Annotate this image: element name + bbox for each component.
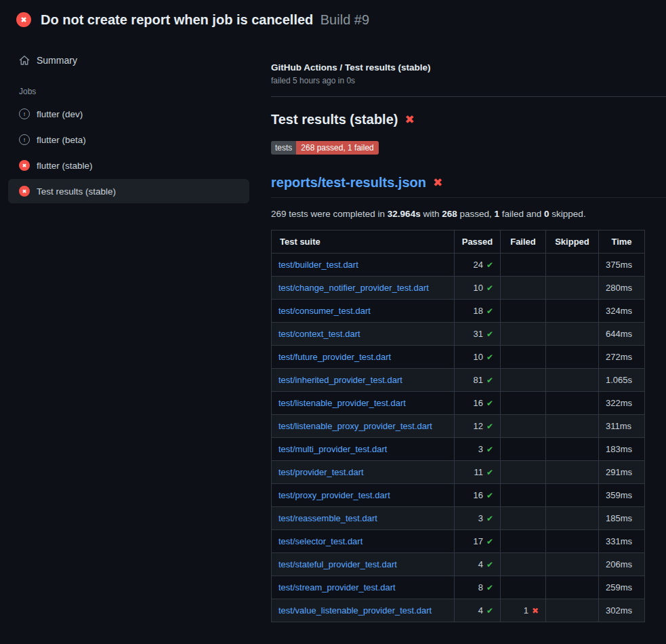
passed-cell: 10✔ <box>455 277 501 300</box>
status-line: failed 5 hours ago in 0s <box>271 76 666 85</box>
summary-text: with <box>421 209 442 219</box>
skipped-cell <box>546 254 599 277</box>
table-row: test/listenable_proxy_provider_test.dart… <box>272 415 645 438</box>
skipped-cell <box>546 323 599 346</box>
test-suite-link[interactable]: test/consumer_test.dart <box>278 306 371 316</box>
table-row: test/change_notifier_provider_test.dart … <box>272 277 645 300</box>
test-suite-cell: test/selector_test.dart <box>272 530 455 553</box>
failed-cell <box>501 323 546 346</box>
section-title: Test results (stable) <box>271 112 398 127</box>
test-suite-link[interactable]: test/builder_test.dart <box>278 260 358 270</box>
failed-cell <box>501 461 546 484</box>
badge-label: tests <box>271 141 296 155</box>
test-suite-cell: test/consumer_test.dart <box>272 300 455 323</box>
badge-value: 268 passed, 1 failed <box>296 141 378 155</box>
skipped-cell <box>546 369 599 392</box>
time-value: 322ms <box>599 392 645 415</box>
col-header-test-suite: Test suite <box>272 230 455 254</box>
table-row: test/context_test.dart 31✔ 644ms <box>272 323 645 346</box>
skipped-cell <box>546 392 599 415</box>
passed-cell: 3✔ <box>455 507 501 530</box>
table-row: test/future_provider_test.dart 10✔ 272ms <box>272 346 645 369</box>
col-header-failed: Failed <box>501 230 546 254</box>
failed-cell <box>501 346 546 369</box>
test-suite-link[interactable]: test/listenable_proxy_provider_test.dart <box>278 421 432 431</box>
failed-cell <box>501 277 546 300</box>
sidebar-job-item[interactable]: ! flutter (dev) <box>8 102 249 126</box>
passed-cell: 31✔ <box>455 323 501 346</box>
test-results-table: Test suite Passed Failed Skipped Time te… <box>271 230 645 622</box>
failed-cell <box>501 438 546 461</box>
job-label: flutter (dev) <box>37 109 83 119</box>
check-icon: ✔ <box>486 491 493 500</box>
summary-text: skipped. <box>549 209 586 219</box>
test-suite-link[interactable]: test/multi_provider_test.dart <box>278 444 387 454</box>
passed-cell: 24✔ <box>455 254 501 277</box>
x-glyph: ✖ <box>20 16 26 24</box>
cancelled-icon: ! <box>19 134 30 145</box>
test-suite-link[interactable]: test/proxy_provider_test.dart <box>278 490 390 500</box>
report-file-link[interactable]: reports/test-results.json <box>271 175 426 190</box>
passed-count: 16 <box>473 490 482 500</box>
jobs-section-label: Jobs <box>19 87 257 96</box>
time-value: 375ms <box>599 254 645 277</box>
test-suite-link[interactable]: test/selector_test.dart <box>278 536 362 546</box>
test-suite-link[interactable]: test/context_test.dart <box>278 329 360 339</box>
sidebar-job-item[interactable]: ✖ Test results (stable) <box>8 179 249 203</box>
passed-cell: 17✔ <box>455 530 501 553</box>
test-suite-link[interactable]: test/stream_provider_test.dart <box>278 582 396 592</box>
check-icon: ✔ <box>486 260 493 270</box>
main-content: GitHub Actions / Test results (stable) f… <box>271 62 666 622</box>
summary-line: 269 tests were completed in 32.964s with… <box>271 209 666 219</box>
table-row: test/stream_provider_test.dart 8✔ 259ms <box>272 576 645 599</box>
summary-text: 269 tests were completed in <box>271 209 388 219</box>
test-suite-link[interactable]: test/inherited_provider_test.dart <box>278 375 402 385</box>
test-suite-cell: test/listenable_proxy_provider_test.dart <box>272 415 455 438</box>
home-icon <box>19 55 30 66</box>
table-row: test/consumer_test.dart 18✔ 324ms <box>272 300 645 323</box>
sidebar-item-summary[interactable]: Summary <box>8 49 249 72</box>
tests-status-badge: tests 268 passed, 1 failed <box>271 141 379 155</box>
passed-cell: 18✔ <box>455 300 501 323</box>
test-suite-cell: test/reassemble_test.dart <box>272 507 455 530</box>
time-value: 259ms <box>599 576 645 599</box>
passed-count: 16 <box>473 398 482 408</box>
passed-count: 3 <box>478 513 483 523</box>
check-run-page: ✖ Do not create report when job is cance… <box>0 0 666 644</box>
sidebar-job-item[interactable]: ✖ flutter (stable) <box>8 153 249 178</box>
passed-count: 4 <box>478 605 483 616</box>
failed-cell <box>501 484 546 507</box>
passed-count: 81 <box>473 375 482 385</box>
test-suite-link[interactable]: test/reassemble_test.dart <box>278 513 377 523</box>
test-suite-link[interactable]: test/value_listenable_provider_test.dart <box>278 605 432 616</box>
failed-cell <box>501 507 546 530</box>
summary-text: passed, <box>457 209 495 219</box>
passed-cell: 4✔ <box>455 553 501 576</box>
col-header-time: Time <box>599 230 645 254</box>
passed-cell: 81✔ <box>455 369 501 392</box>
test-suite-link[interactable]: test/future_provider_test.dart <box>278 352 391 362</box>
passed-cell: 11✔ <box>455 461 501 484</box>
skipped-cell <box>546 277 599 300</box>
passed-cell: 8✔ <box>455 576 501 599</box>
check-icon: ✔ <box>486 560 493 569</box>
x-icon: ✖ <box>404 113 414 127</box>
check-icon: ✔ <box>486 514 493 523</box>
passed-cell: 4✔ <box>455 599 501 622</box>
test-suite-cell: test/context_test.dart <box>272 323 455 346</box>
passed-cell: 16✔ <box>455 484 501 507</box>
time-value: 206ms <box>599 553 645 576</box>
sidebar-job-item[interactable]: ! flutter (beta) <box>8 127 249 152</box>
test-suite-cell: test/proxy_provider_test.dart <box>272 484 455 507</box>
run-title: Do not create report when job is cancell… <box>41 12 313 27</box>
summary-text: 1 <box>495 209 500 219</box>
test-suite-link[interactable]: test/provider_test.dart <box>278 467 364 477</box>
passed-count: 18 <box>473 306 482 316</box>
test-suite-link[interactable]: test/listenable_provider_test.dart <box>278 398 406 408</box>
test-suite-link[interactable]: test/change_notifier_provider_test.dart <box>278 283 429 293</box>
header: ✖ Do not create report when job is cance… <box>0 0 666 39</box>
build-number: Build #9 <box>320 12 369 27</box>
test-suite-link[interactable]: test/stateful_provider_test.dart <box>278 559 397 569</box>
check-icon: ✔ <box>486 422 493 431</box>
check-icon: ✔ <box>486 583 493 592</box>
